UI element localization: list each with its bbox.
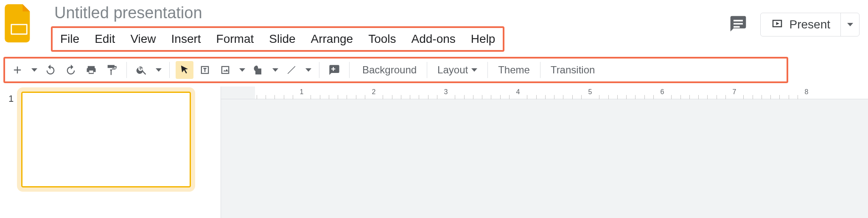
menu-insert[interactable]: Insert <box>164 28 209 50</box>
chevron-down-icon <box>156 68 162 72</box>
ruler-minor-tick <box>617 95 618 99</box>
ruler-minor-tick <box>491 95 491 99</box>
ruler-minor-tick <box>266 95 266 99</box>
menu-slide[interactable]: Slide <box>261 28 303 50</box>
document-title[interactable]: Untitled presentation <box>51 4 729 22</box>
ruler-label: 3 <box>444 88 448 96</box>
menubar-highlight: FileEditViewInsertFormatSlideArrangeTool… <box>51 26 504 52</box>
background-button[interactable]: Background <box>356 61 423 79</box>
zoom-icon <box>136 64 148 76</box>
image-dropdown[interactable] <box>238 61 247 79</box>
menu-format[interactable]: Format <box>209 28 262 50</box>
shape-icon <box>252 64 264 76</box>
menu-file[interactable]: File <box>53 28 87 50</box>
present-icon <box>771 18 784 31</box>
new-slide-button[interactable] <box>8 61 26 79</box>
ruler-minor-tick <box>770 95 771 99</box>
ruler-minor-tick <box>653 95 654 99</box>
plus-icon <box>11 64 23 76</box>
ruler-label: 4 <box>516 88 520 96</box>
slide-thumbnail-panel: 1 <box>0 87 221 218</box>
chevron-down-icon <box>471 68 477 72</box>
image-button[interactable] <box>216 61 234 79</box>
app-logo[interactable] <box>4 4 34 42</box>
ruler-minor-tick <box>320 95 320 99</box>
transition-label: Transition <box>551 64 595 76</box>
select-button[interactable] <box>176 61 193 79</box>
ruler-minor-tick <box>762 95 762 99</box>
shape-dropdown[interactable] <box>271 61 280 79</box>
menu-tools[interactable]: Tools <box>361 28 403 50</box>
new-slide-dropdown[interactable] <box>30 61 39 79</box>
toolbar-separator <box>540 62 540 78</box>
ruler-minor-tick <box>545 95 546 99</box>
ruler-minor-tick <box>753 95 753 99</box>
ruler-label: 8 <box>805 88 809 96</box>
zoom-button[interactable] <box>133 61 151 79</box>
toolbar-highlight: BackgroundLayoutThemeTransition <box>3 57 788 83</box>
paint-roller-icon <box>106 64 118 76</box>
ruler-minor-tick <box>689 95 690 99</box>
ruler-label: 7 <box>733 88 736 96</box>
ruler-minor-tick <box>798 95 798 99</box>
ruler-minor-tick <box>527 95 527 99</box>
ruler-minor-tick <box>419 95 419 99</box>
ruler-minor-tick <box>383 95 383 99</box>
toolbar-separator <box>349 62 350 78</box>
present-button[interactable]: Present <box>761 13 841 36</box>
slide-thumbnail[interactable] <box>21 92 191 187</box>
open-comments-icon[interactable] <box>729 14 748 35</box>
line-button[interactable] <box>283 61 300 79</box>
shape-button[interactable] <box>249 61 267 79</box>
text-box-button[interactable] <box>196 61 214 79</box>
menu-edit[interactable]: Edit <box>87 28 123 50</box>
paint-format-button[interactable] <box>103 61 120 79</box>
ruler-minor-tick <box>725 95 726 99</box>
ruler-minor-tick <box>356 95 356 99</box>
layout-button[interactable]: Layout <box>431 61 484 79</box>
print-button[interactable] <box>82 61 100 79</box>
ruler-minor-tick <box>274 95 275 99</box>
menu-arrange[interactable]: Arrange <box>303 28 361 50</box>
theme-button[interactable]: Theme <box>491 61 537 79</box>
comment-button[interactable] <box>325 61 343 79</box>
ruler-minor-tick <box>293 95 293 99</box>
ruler-label: 6 <box>661 88 664 96</box>
horizontal-ruler: 12345678 <box>255 87 868 99</box>
menu-add-ons[interactable]: Add-ons <box>404 28 463 50</box>
ruler-minor-tick <box>635 95 636 99</box>
ruler-minor-tick <box>536 95 537 99</box>
toolbar-separator <box>319 62 319 78</box>
menu-view[interactable]: View <box>123 28 163 50</box>
image-icon <box>219 64 231 76</box>
ruler-minor-tick <box>392 95 392 99</box>
ruler-minor-tick <box>347 95 347 99</box>
undo-button[interactable] <box>42 61 59 79</box>
ruler-label: 1 <box>300 88 304 96</box>
line-icon <box>286 64 297 76</box>
layout-label: Layout <box>437 64 468 76</box>
ruler-minor-tick <box>717 95 717 99</box>
transition-button[interactable]: Transition <box>544 61 602 79</box>
canvas-area[interactable]: 12345678 <box>221 87 868 218</box>
ruler-label: 2 <box>372 88 376 96</box>
ruler-corner <box>221 87 255 99</box>
chevron-down-icon <box>272 68 278 72</box>
ruler-label: 5 <box>588 88 592 96</box>
ruler-minor-tick <box>500 95 501 99</box>
canvas-background[interactable] <box>255 99 868 218</box>
toolbar-separator <box>126 62 127 78</box>
ruler-minor-tick <box>464 95 465 99</box>
redo-button[interactable] <box>62 61 80 79</box>
line-dropdown[interactable] <box>304 61 313 79</box>
ruler-minor-tick <box>680 95 681 99</box>
ruler-minor-tick <box>581 95 582 99</box>
ruler-minor-tick <box>365 95 365 99</box>
ruler-minor-tick <box>428 95 428 99</box>
present-dropdown[interactable] <box>840 13 859 36</box>
cursor-icon <box>179 64 190 76</box>
zoom-dropdown[interactable] <box>154 61 163 79</box>
ruler-minor-tick <box>743 95 744 99</box>
slide-number: 1 <box>8 93 14 104</box>
menu-help[interactable]: Help <box>463 28 503 50</box>
